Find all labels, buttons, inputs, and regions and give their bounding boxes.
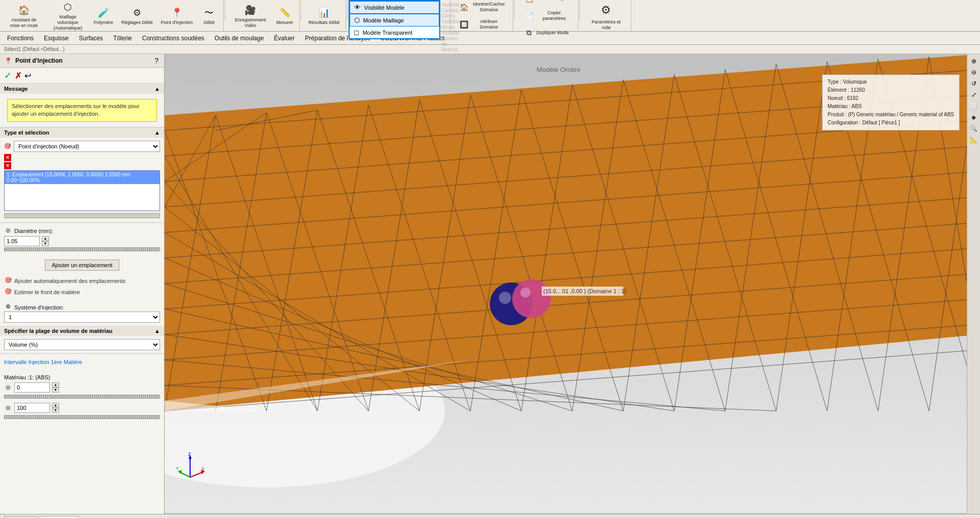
location-text-1: 1: Emplacement (15.0094, 1.0060, 0.0000)… xyxy=(7,172,130,183)
materiau-min-input[interactable] xyxy=(14,382,50,393)
undo-btn[interactable]: ↩ xyxy=(24,71,31,81)
plage-dropdown[interactable]: Volume (%) Poids (g) Temps (s) xyxy=(4,339,160,350)
reglages-btn[interactable]: ⚙ Réglages Débit xyxy=(118,5,156,27)
vis-refroid-label: Visibilité Canaux de Refroid. xyxy=(441,30,460,53)
diametre-input[interactable] xyxy=(4,236,40,246)
menu-tolerie[interactable]: Tôlerie xyxy=(108,33,137,43)
right-tool-6[interactable]: 🔍 xyxy=(969,123,979,134)
right-tool-3[interactable]: ⤢ xyxy=(969,90,979,100)
materiau-min-up-btn[interactable]: ▲ xyxy=(52,382,59,387)
visibility-modele-item[interactable]: 👁 Visibilité Modèle xyxy=(350,1,439,14)
statusbar: ✉ Modèle ▶ Fonctions xyxy=(0,514,980,518)
location-item-1[interactable]: 1: Emplacement (15.0094, 1.0060, 0.0000)… xyxy=(5,171,160,184)
auto-add-icon: 🎯 xyxy=(4,276,12,284)
visibility-transparent-item[interactable]: ◻ Modèle Transparent xyxy=(350,27,439,38)
parametres-btn[interactable]: ⚙ Paramètres et Aide xyxy=(584,0,628,32)
panel-header: 📍 Point d'injection ? xyxy=(0,54,164,68)
materiau-min-down-btn[interactable]: ▼ xyxy=(52,387,59,393)
separator-4 xyxy=(514,0,515,20)
message-section-header[interactable]: Message ▲ xyxy=(0,84,164,94)
point-injection-btn[interactable]: 📍 Point d'injection xyxy=(158,5,196,27)
plage-section: Spécifier la plage de volume de matériau… xyxy=(0,326,164,354)
collapse-icon: ▲ xyxy=(154,86,160,92)
info-configuration: Configuration : Défaut [ Pièce1 ] xyxy=(828,119,954,127)
svg-line-73 xyxy=(180,472,190,477)
auto-add-label[interactable]: Ajouter automatiquement des emplacements xyxy=(14,278,125,284)
materiau-min-slider[interactable] xyxy=(4,395,160,399)
right-tool-7[interactable]: 📐 xyxy=(969,135,979,145)
copier-params-btn[interactable]: 📄 Copier paramètres xyxy=(519,8,575,24)
menu-evaluer[interactable]: Évaluer xyxy=(269,33,300,43)
panel-title-icon: 📍 xyxy=(4,57,12,65)
materiau-max-slider[interactable] xyxy=(4,415,160,419)
systeme-dropdown[interactable]: 1 xyxy=(4,312,160,323)
assistant-btn[interactable]: 🏠 Assistant de mise en route xyxy=(3,2,45,30)
visibility-maillage-item[interactable]: ⬡ Modèle Maillage xyxy=(350,14,439,27)
assistant-label: Assistant de mise en route xyxy=(6,17,42,29)
materiau-max-down-btn[interactable]: ▼ xyxy=(52,408,59,413)
maillage-icon: ⬡ xyxy=(61,0,75,14)
cancel-btn[interactable]: ✗ xyxy=(15,71,21,81)
diametre-slider[interactable] xyxy=(4,247,160,251)
breadcrumb-text: Sélect1 (Défaut <Défaut...) xyxy=(4,46,65,52)
vis-moule-label: Visibilité Moule xyxy=(441,19,460,30)
polymere-icon: 🧪 xyxy=(96,6,111,20)
locations-listbox[interactable]: 1: Emplacement (15.0094, 1.0060, 0.0000)… xyxy=(4,170,160,211)
remove-item-1-btn[interactable]: ✕ xyxy=(4,154,11,161)
enregistrement-btn[interactable]: 🎥 Enregistrement Vidéo xyxy=(229,2,271,30)
menu-surfaces[interactable]: Surfaces xyxy=(74,33,108,43)
diametre-down-btn[interactable]: ▼ xyxy=(42,241,49,246)
debit-btn[interactable]: 〜 Débit xyxy=(198,5,220,27)
svg-point-64 xyxy=(512,279,551,318)
right-tool-2[interactable]: ↺ xyxy=(969,79,979,89)
mesurer-icon: 📏 xyxy=(278,6,292,20)
type-dropdown[interactable]: Point d'injection (Noeud) Surface d'inje… xyxy=(14,141,160,152)
polymere-btn[interactable]: 🧪 Polymère xyxy=(91,5,116,27)
right-tool-5[interactable]: ◈ xyxy=(969,112,979,122)
maillage-label: Maillage volumique (Automatique) xyxy=(50,14,86,31)
intervalle-label: Intervalle Injection 1ère Matière xyxy=(4,359,160,365)
estimer-icon: 🎯 xyxy=(4,288,12,296)
svg-text:Y: Y xyxy=(176,466,179,471)
parametres-label: Paramètres et Aide xyxy=(588,19,624,31)
diametre-up-btn[interactable]: ▲ xyxy=(42,236,49,241)
diametre-section: ◎ Diamètre (mm): ▲ ▼ xyxy=(0,223,164,257)
mesurer-btn[interactable]: 📏 Mesurer xyxy=(273,5,296,27)
menu-constructions-soudees[interactable]: Constructions soudées xyxy=(137,33,209,43)
tab-modele[interactable]: ✉ Modèle xyxy=(4,516,38,518)
separator-1 xyxy=(225,0,225,20)
main-content: 📍 Point d'injection ? ✓ ✗ ↩ Message ▲ Sé… xyxy=(0,54,980,514)
resultats-btn[interactable]: 📊 Résultats Débit xyxy=(305,5,342,27)
menu-esquisse[interactable]: Esquisse xyxy=(39,33,74,43)
materiau-max-input[interactable] xyxy=(14,403,50,413)
systeme-label-row: ⚙ Système d'injection: xyxy=(4,302,160,312)
right-tool-0[interactable]: ⊕ xyxy=(969,56,979,66)
copier-icon: 📄 xyxy=(522,9,536,23)
batch-manager-btn[interactable]: 📋 Batch Manager xyxy=(519,0,575,7)
remove-item-2-btn[interactable]: ✕ xyxy=(4,162,11,169)
materiau-max-spinner: ▲ ▼ xyxy=(52,403,59,413)
mesurer-label: Mesurer xyxy=(276,20,293,25)
svg-text:Modèle Ombre: Modèle Ombre xyxy=(537,66,580,73)
svg-point-63 xyxy=(499,292,511,304)
message-section: Message ▲ Sélectionner des emplacements … xyxy=(0,84,164,127)
maillage-btn[interactable]: ⬡ Maillage volumique (Automatique) xyxy=(47,0,89,32)
estimer-front-label[interactable]: Estimer le front de matière xyxy=(14,289,80,295)
menu-fonctions[interactable]: Fonctions xyxy=(2,33,39,43)
tab-fonctions[interactable]: ▶ Fonctions xyxy=(40,516,79,518)
materiau-max-up-btn[interactable]: ▲ xyxy=(52,403,59,408)
confirm-btn[interactable]: ✓ xyxy=(4,70,12,81)
plage-section-header[interactable]: Spécifier la plage de volume de matériau… xyxy=(0,326,164,336)
dupliquer-btn[interactable]: ⧉ Dupliquer étude xyxy=(519,25,575,41)
menu-outils-moulage[interactable]: Outils de moulage xyxy=(209,33,269,43)
list-scrollbar[interactable] xyxy=(4,213,160,218)
info-box: Type : Volumique Élément : 11260 Noeud :… xyxy=(822,74,960,131)
help-btn[interactable]: ? xyxy=(153,56,160,65)
batch-icon: 📋 xyxy=(522,0,536,6)
type-selection-header[interactable]: Type et sélection ▲ xyxy=(0,127,164,138)
debit-icon: 〜 xyxy=(202,6,216,20)
right-tool-1[interactable]: ⊖ xyxy=(969,67,979,77)
separator-3 xyxy=(347,0,348,20)
ajouter-emplacement-btn[interactable]: Ajouter un emplacement xyxy=(45,260,119,271)
right-tool-4[interactable]: ⬜ xyxy=(969,101,979,111)
